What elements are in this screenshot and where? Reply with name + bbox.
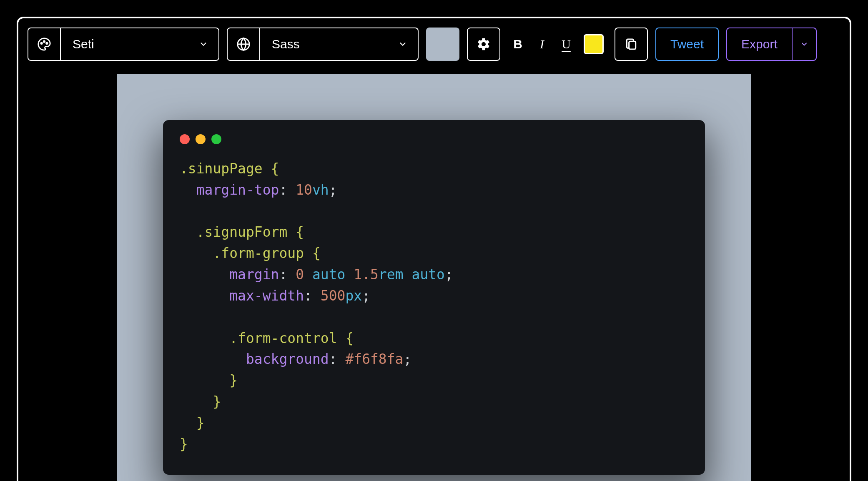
chevron-down-icon xyxy=(188,28,218,60)
export-button[interactable]: Export xyxy=(726,28,817,61)
highlight-color-chip[interactable] xyxy=(584,34,604,54)
canvas-area: .sinupPage { margin-top: 10vh; .signupFo… xyxy=(28,74,840,481)
code-window: .sinupPage { margin-top: 10vh; .signupFo… xyxy=(163,120,705,475)
close-dot-icon xyxy=(180,134,190,144)
language-select[interactable]: Sass xyxy=(227,28,419,61)
copy-button[interactable] xyxy=(615,28,648,61)
chevron-down-icon xyxy=(388,28,418,60)
svg-point-0 xyxy=(41,43,42,44)
theme-select-value: Seti xyxy=(61,28,188,60)
bold-button[interactable]: B xyxy=(511,37,524,51)
language-select-value: Sass xyxy=(260,28,388,60)
theme-select[interactable]: Seti xyxy=(28,28,219,61)
svg-point-2 xyxy=(46,43,48,44)
svg-rect-4 xyxy=(629,41,636,49)
gear-icon xyxy=(477,37,491,51)
copy-icon xyxy=(625,38,638,51)
minimize-dot-icon xyxy=(196,134,206,144)
background-color-swatch[interactable] xyxy=(426,28,459,61)
window-controls xyxy=(180,134,688,144)
globe-icon xyxy=(228,28,260,60)
italic-button[interactable]: I xyxy=(535,37,549,51)
format-group: B I U xyxy=(508,34,607,54)
palette-icon xyxy=(28,28,61,60)
underline-button[interactable]: U xyxy=(559,37,573,51)
app-frame: Seti Sass B xyxy=(17,17,851,481)
canvas-background[interactable]: .sinupPage { margin-top: 10vh; .signupFo… xyxy=(117,74,751,481)
svg-point-1 xyxy=(43,41,45,42)
maximize-dot-icon xyxy=(211,134,221,144)
toolbar: Seti Sass B xyxy=(28,28,840,61)
settings-button[interactable] xyxy=(467,28,500,61)
tweet-button-label: Tweet xyxy=(670,37,704,51)
code-editor[interactable]: .sinupPage { margin-top: 10vh; .signupFo… xyxy=(180,158,688,455)
tweet-button[interactable]: Tweet xyxy=(655,28,719,61)
chevron-down-icon[interactable] xyxy=(793,28,816,60)
export-button-label: Export xyxy=(727,28,793,60)
